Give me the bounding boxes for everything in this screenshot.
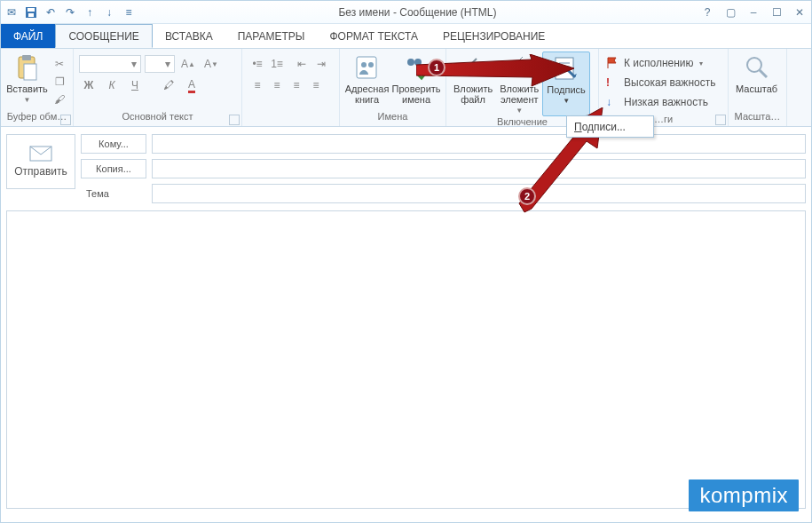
bullets-icon[interactable]: •≡: [249, 56, 265, 72]
to-button[interactable]: Кому...: [81, 134, 146, 154]
group-paragraph: [246, 111, 335, 125]
group-names: Имена: [343, 111, 442, 125]
highlight-icon[interactable]: 🖍: [161, 77, 177, 93]
svg-rect-6: [357, 57, 376, 78]
dialog-launcher-icon[interactable]: [715, 115, 726, 125]
chevron-down-icon: ▾: [699, 59, 703, 67]
svg-point-9: [407, 59, 414, 66]
prev-item-icon[interactable]: ↑: [83, 5, 97, 20]
qat-customize-icon[interactable]: ≡: [122, 5, 136, 20]
high-importance-icon: !: [606, 76, 619, 89]
follow-up-button[interactable]: К исполнению ▾: [603, 53, 724, 73]
undo-icon[interactable]: ↶: [43, 5, 58, 20]
svg-point-7: [361, 62, 367, 67]
dialog-launcher-icon[interactable]: [229, 115, 240, 125]
align-right-icon[interactable]: ≡: [288, 77, 304, 93]
flag-icon: [606, 57, 619, 69]
cc-field[interactable]: [152, 159, 806, 178]
svg-point-13: [747, 58, 761, 72]
callout-badge-1: 1: [428, 59, 445, 76]
tab-format-text[interactable]: ФОРМАТ ТЕКСТА: [317, 24, 430, 48]
grow-font-icon[interactable]: A▲: [180, 56, 196, 72]
magnifier-icon: [743, 53, 771, 82]
minimize-icon[interactable]: –: [745, 6, 761, 19]
cc-button[interactable]: Копия...: [81, 159, 146, 178]
paste-label: Вставить: [6, 83, 48, 94]
align-justify-icon[interactable]: ≡: [308, 77, 324, 93]
send-icon: [29, 146, 52, 162]
font-size-select[interactable]: ▾: [145, 55, 175, 73]
title-bar: ✉ ↶ ↷ ↑ ↓ ≡ Без имени - Сообщение (HTML)…: [1, 1, 811, 24]
svg-rect-2: [28, 13, 34, 17]
save-icon[interactable]: [24, 5, 38, 20]
high-importance-label: Высокая важность: [624, 76, 715, 89]
callout-badge-2: 2: [518, 187, 536, 205]
watermark: kompmix: [689, 479, 799, 511]
font-name-select[interactable]: ▾: [79, 55, 141, 73]
message-body[interactable]: [6, 210, 806, 509]
low-importance-button[interactable]: ↓ Низкая важность: [603, 92, 724, 112]
address-book-label: Адресная книга: [345, 83, 390, 105]
tab-insert[interactable]: ВСТАВКА: [153, 24, 225, 48]
zoom-label: Масштаб: [736, 83, 777, 94]
font-color-icon[interactable]: A: [184, 77, 200, 93]
to-field[interactable]: [152, 134, 806, 154]
mail-icon: ✉: [4, 5, 19, 20]
group-zoom: Масшта…: [732, 111, 783, 125]
numbering-icon[interactable]: 1≡: [269, 56, 285, 72]
format-painter-icon[interactable]: 🖌: [51, 91, 67, 107]
shrink-font-icon[interactable]: A▼: [203, 56, 219, 72]
svg-rect-4: [22, 55, 31, 60]
address-book-button[interactable]: Адресная книга: [343, 52, 390, 111]
ribbon: Вставить ▼ ✂ ❐ 🖌 Буфер обм… ▾ ▾ A▲ A▼ Ж …: [1, 49, 811, 127]
tab-file[interactable]: ФАЙЛ: [1, 24, 55, 48]
help-icon[interactable]: ?: [699, 6, 715, 19]
low-importance-icon: ↓: [606, 96, 619, 108]
align-center-icon[interactable]: ≡: [269, 77, 285, 93]
maximize-icon[interactable]: ☐: [769, 6, 784, 19]
close-icon[interactable]: ✕: [792, 6, 808, 19]
next-item-icon[interactable]: ↓: [102, 5, 116, 20]
svg-rect-1: [28, 8, 35, 12]
tab-options[interactable]: ПАРАМЕТРЫ: [225, 24, 318, 48]
redo-icon[interactable]: ↷: [63, 5, 77, 20]
tab-message[interactable]: СООБЩЕНИЕ: [55, 24, 153, 48]
chevron-down-icon: ▼: [24, 96, 31, 104]
zoom-button[interactable]: Масштаб: [732, 52, 781, 111]
clipboard-icon: [13, 53, 42, 82]
chevron-down-icon: ▾: [131, 58, 137, 70]
message-header: Отправить Кому... Копия... Тема: [1, 127, 811, 207]
align-left-icon[interactable]: ≡: [249, 77, 265, 93]
subject-label: Тема: [81, 184, 146, 203]
ribbon-tabs: ФАЙЛ СООБЩЕНИЕ ВСТАВКА ПАРАМЕТРЫ ФОРМАТ …: [1, 24, 811, 49]
window-title: Без имени - Сообщение (HTML): [141, 6, 694, 19]
send-button[interactable]: Отправить: [6, 134, 75, 189]
svg-point-8: [368, 62, 374, 67]
send-label: Отправить: [14, 165, 67, 178]
subject-field[interactable]: [152, 184, 806, 203]
underline-button[interactable]: Ч: [127, 77, 143, 93]
italic-button[interactable]: К: [104, 77, 120, 93]
signature-menu-item[interactable]: Подписи...: [566, 115, 654, 138]
signature-menu-label: Подписи...: [574, 121, 626, 133]
chevron-down-icon: ▾: [165, 58, 170, 70]
high-importance-button[interactable]: ! Высокая важность: [603, 73, 724, 92]
low-importance-label: Низкая важность: [624, 96, 708, 108]
dialog-launcher-icon[interactable]: [60, 115, 71, 125]
cut-icon[interactable]: ✂: [51, 56, 67, 72]
address-book-icon: [353, 53, 382, 82]
outdent-icon[interactable]: ⇤: [294, 56, 310, 72]
tab-review[interactable]: РЕЦЕНЗИРОВАНИЕ: [430, 24, 557, 48]
indent-icon[interactable]: ⇥: [313, 56, 329, 72]
svg-rect-5: [24, 64, 36, 80]
group-font: Основной текст: [77, 111, 238, 125]
bold-button[interactable]: Ж: [81, 77, 97, 93]
ribbon-opts-icon[interactable]: ▢: [722, 6, 738, 19]
copy-icon[interactable]: ❐: [51, 74, 67, 90]
paste-button[interactable]: Вставить ▼: [4, 52, 50, 111]
follow-up-label: К исполнению: [624, 57, 694, 69]
